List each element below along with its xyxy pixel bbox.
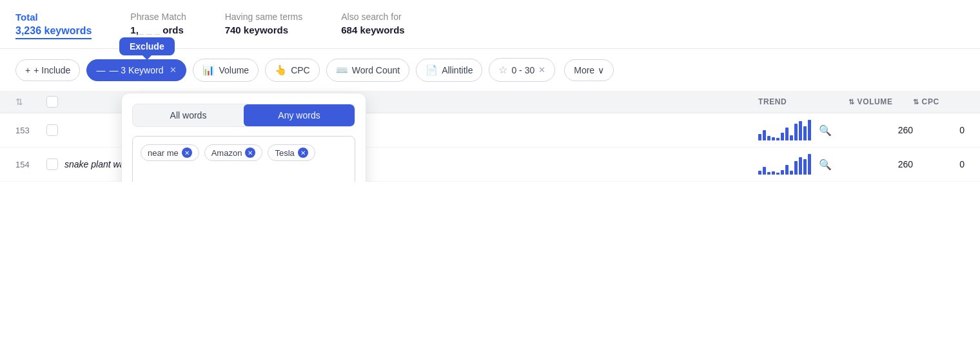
stat-phrase-label: Phrase Match bbox=[130, 12, 186, 22]
bar bbox=[808, 154, 811, 175]
trend-col-header[interactable]: TREND bbox=[758, 97, 848, 106]
row-check-154 bbox=[46, 158, 64, 170]
bar bbox=[794, 124, 798, 140]
trend-search-icon-153[interactable]: 🔍 bbox=[819, 124, 832, 137]
row-cpc-154: 0 bbox=[913, 159, 965, 169]
tag-tesla-remove-icon[interactable]: ✕ bbox=[298, 148, 308, 158]
bar bbox=[808, 120, 811, 140]
keyword-filter-close-icon[interactable]: ✕ bbox=[170, 65, 177, 75]
bar bbox=[803, 126, 807, 140]
cpc-filter-button[interactable]: 👆 CPC bbox=[265, 59, 320, 82]
cpc-col-header[interactable]: ⇅ CPC bbox=[913, 97, 965, 106]
mini-chart-154 bbox=[758, 154, 811, 175]
bar bbox=[790, 171, 793, 175]
stat-also-search-value: 684 keywords bbox=[341, 24, 404, 35]
bar bbox=[781, 170, 784, 175]
header-checkbox-col bbox=[46, 96, 64, 108]
tag-amazon: Amazon ✕ bbox=[204, 144, 263, 161]
row-num-154: 154 bbox=[15, 160, 46, 169]
keyword-minus-icon: — bbox=[96, 65, 105, 75]
tag-tesla: Tesla ✕ bbox=[268, 144, 315, 161]
stat-phrase[interactable]: Phrase Match 1,_ _ _ ords bbox=[130, 12, 186, 35]
volume-filter-button[interactable]: 📊 Volume bbox=[193, 59, 259, 82]
sort-icon-col: ⇅ bbox=[15, 97, 46, 107]
allintitle-filter-button[interactable]: 📄 Allintitle bbox=[416, 59, 482, 82]
header-checkbox[interactable] bbox=[46, 96, 58, 108]
stat-same-terms-label: Having same terms bbox=[225, 12, 303, 22]
more-label: More bbox=[574, 65, 594, 75]
row-trend-154: 🔍 bbox=[758, 154, 848, 175]
include-button[interactable]: + + Include bbox=[15, 59, 80, 81]
row-check-153 bbox=[46, 124, 64, 136]
tag-near-me: near me ✕ bbox=[141, 144, 199, 161]
trend-label: TREND bbox=[758, 97, 787, 106]
bar bbox=[763, 130, 766, 140]
cpc-sort-icon: ⇅ bbox=[913, 98, 919, 106]
word-mode-toggle: All words Any words bbox=[132, 104, 355, 127]
range-filter-button[interactable]: ☆ 0 - 30 ✕ bbox=[489, 58, 555, 82]
stat-total-label: Total bbox=[15, 12, 92, 23]
mini-chart-153 bbox=[758, 120, 811, 140]
row-trend-153: 🔍 bbox=[758, 120, 848, 140]
row-checkbox-154[interactable] bbox=[46, 158, 58, 170]
volume-label: VOLUME bbox=[858, 97, 893, 106]
bar bbox=[767, 172, 770, 175]
bar bbox=[799, 157, 802, 175]
bar bbox=[785, 165, 789, 175]
bar bbox=[790, 135, 793, 140]
stat-also-search-label: Also search for bbox=[341, 12, 404, 22]
sort-arrows-icon[interactable]: ⇅ bbox=[15, 97, 23, 107]
row-num-153: 153 bbox=[15, 126, 46, 135]
tag-near-me-text: near me bbox=[148, 148, 179, 158]
keyword-filter-dropdown: All words Any words near me ✕ Amazon ✕ T… bbox=[121, 93, 366, 182]
all-words-toggle[interactable]: All words bbox=[133, 104, 244, 126]
include-label: + Include bbox=[34, 65, 70, 75]
trend-search-icon-154[interactable]: 🔍 bbox=[819, 158, 832, 171]
stat-also-search[interactable]: Also search for 684 keywords bbox=[341, 12, 404, 35]
bar bbox=[772, 137, 775, 140]
allintitle-label: Allintitle bbox=[442, 65, 473, 75]
stat-phrase-value: 1,_ _ _ ords bbox=[130, 24, 186, 35]
tag-tesla-text: Tesla bbox=[275, 148, 294, 158]
any-words-toggle[interactable]: Any words bbox=[244, 104, 355, 126]
stat-same-terms[interactable]: Having same terms 740 keywords bbox=[225, 12, 303, 35]
cpc-label: CPC bbox=[922, 97, 939, 106]
stats-section: Total 3,236 keywords Phrase Match 1,_ _ … bbox=[0, 0, 980, 39]
bar bbox=[763, 167, 766, 175]
bar bbox=[803, 159, 807, 175]
stat-total-value: 3,236 keywords bbox=[15, 25, 92, 39]
tag-amazon-text: Amazon bbox=[211, 148, 242, 158]
row-cpc-153: 0 bbox=[913, 125, 965, 135]
bar bbox=[776, 173, 779, 175]
row-checkbox-153[interactable] bbox=[46, 124, 58, 136]
word-count-label: Word Count bbox=[352, 65, 400, 75]
tag-near-me-remove-icon[interactable]: ✕ bbox=[182, 148, 192, 158]
bar bbox=[781, 133, 784, 140]
bar bbox=[785, 128, 789, 140]
bar bbox=[767, 136, 770, 140]
volume-label: Volume bbox=[219, 65, 249, 75]
keyword-filter-label: — 3 Keyword bbox=[109, 65, 163, 75]
keyword-tags-area: near me ✕ Amazon ✕ Tesla ✕ bbox=[132, 136, 355, 182]
cpc-label: CPC bbox=[291, 65, 310, 75]
volume-col-header[interactable]: ⇅ VOLUME bbox=[848, 97, 913, 106]
stat-same-terms-value: 740 keywords bbox=[225, 24, 303, 35]
bar bbox=[758, 171, 761, 175]
range-close-icon[interactable]: ✕ bbox=[538, 65, 545, 75]
cpc-icon: 👆 bbox=[275, 64, 287, 76]
volume-sort-icon: ⇅ bbox=[848, 98, 855, 106]
row-volume-153: 260 bbox=[848, 125, 913, 135]
keyword-filter-button[interactable]: — — 3 Keyword ✕ bbox=[86, 59, 186, 81]
bar bbox=[776, 138, 779, 140]
bar bbox=[799, 121, 802, 140]
row-volume-154: 260 bbox=[848, 159, 913, 169]
word-count-filter-button[interactable]: ⌨️ Word Count bbox=[326, 59, 409, 82]
exclude-tooltip: Exclude bbox=[119, 37, 175, 55]
more-button[interactable]: More ∨ bbox=[564, 59, 614, 81]
tag-amazon-remove-icon[interactable]: ✕ bbox=[245, 148, 255, 158]
include-plus-icon: + bbox=[25, 65, 30, 75]
stat-total[interactable]: Total 3,236 keywords bbox=[15, 12, 92, 39]
volume-icon: 📊 bbox=[202, 64, 215, 76]
range-label: 0 - 30 bbox=[511, 65, 534, 75]
bar bbox=[758, 134, 761, 140]
